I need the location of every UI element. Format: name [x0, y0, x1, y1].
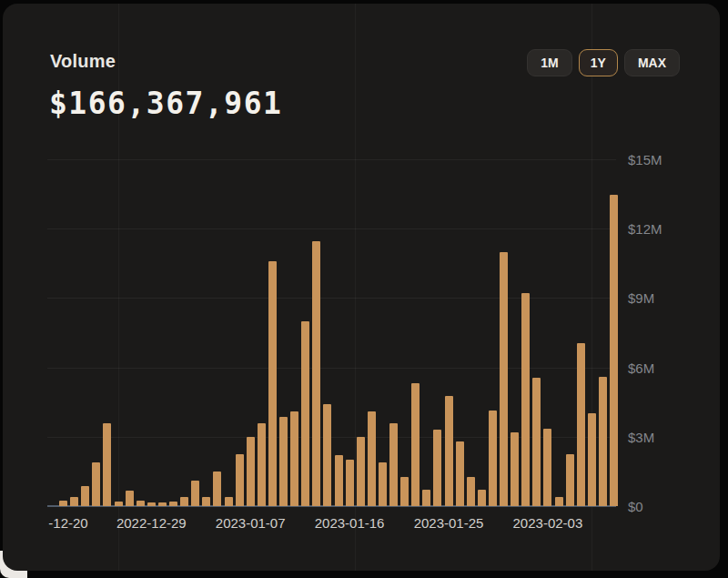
volume-bar[interactable]	[247, 437, 255, 506]
volume-bar[interactable]	[422, 490, 430, 506]
volume-bar[interactable]	[225, 497, 233, 506]
volume-bar[interactable]	[81, 486, 89, 506]
volume-bar[interactable]	[59, 501, 67, 506]
volume-bar[interactable]	[70, 497, 78, 506]
y-axis-tick-label: $15M	[628, 152, 692, 167]
volume-bar[interactable]	[323, 404, 331, 506]
volume-bar[interactable]	[169, 502, 177, 506]
volume-bar[interactable]	[115, 502, 123, 506]
volume-bar[interactable]	[433, 430, 441, 506]
volume-bar[interactable]	[599, 377, 607, 506]
volume-bar[interactable]	[301, 321, 309, 506]
volume-bar[interactable]	[312, 241, 320, 506]
x-axis-tick-label: 2023-01-25	[414, 515, 484, 531]
chart-title: Volume	[50, 51, 116, 72]
volume-bar[interactable]	[368, 411, 376, 506]
volume-bar[interactable]	[588, 413, 596, 506]
volume-chart-card: Volume $166,367,961 1M 1Y MAX $0$3M$6M$9…	[3, 4, 720, 571]
background-grid-line	[355, 4, 356, 571]
x-axis-tick-label: 2023-01-16	[315, 515, 385, 531]
volume-bar[interactable]	[92, 462, 100, 506]
volume-bar[interactable]	[268, 261, 277, 506]
y-gridline	[47, 159, 616, 160]
x-axis-tick-label: -12-20	[48, 515, 87, 531]
y-axis-tick-label: $9M	[628, 290, 692, 306]
y-axis-tick-label: $6M	[628, 360, 692, 375]
volume-bar[interactable]	[489, 411, 497, 506]
volume-bar[interactable]	[136, 501, 145, 506]
volume-bar[interactable]	[346, 460, 354, 506]
y-gridline	[47, 228, 616, 229]
volume-bar[interactable]	[379, 462, 387, 506]
volume-bar[interactable]	[126, 491, 134, 506]
volume-bar[interactable]	[213, 472, 221, 506]
y-axis-tick-label: $3M	[628, 429, 692, 444]
volume-bar[interactable]	[478, 490, 486, 506]
volume-bar[interactable]	[532, 378, 541, 506]
volume-bar[interactable]	[258, 423, 266, 506]
x-axis-tick-label: 2023-02-03	[513, 515, 583, 531]
range-button-1m[interactable]: 1M	[527, 49, 571, 76]
volume-bar[interactable]	[543, 429, 551, 506]
volume-bar[interactable]	[500, 252, 508, 506]
total-volume-value: $166,367,961	[49, 86, 282, 121]
volume-bar[interactable]	[467, 477, 475, 506]
range-button-max[interactable]: MAX	[624, 49, 680, 76]
y-axis-tick-label: $12M	[628, 221, 692, 237]
volume-bar[interactable]	[180, 497, 188, 506]
volume-bar[interactable]	[445, 396, 453, 506]
volume-bar[interactable]	[555, 497, 563, 506]
volume-bar[interactable]	[236, 454, 244, 506]
range-button-1y[interactable]: 1Y	[579, 49, 618, 76]
volume-bar[interactable]	[411, 383, 420, 506]
x-axis-tick-label: 2023-01-07	[216, 515, 286, 531]
y-gridline	[47, 437, 616, 438]
volume-bar[interactable]	[389, 423, 398, 506]
volume-bar[interactable]	[511, 432, 519, 506]
volume-bar[interactable]	[400, 477, 409, 506]
volume-bar[interactable]	[158, 502, 167, 506]
x-axis-tick-label: 2022-12-29	[116, 515, 187, 531]
volume-bar[interactable]	[191, 481, 199, 506]
volume-bar[interactable]	[456, 441, 464, 506]
volume-bar[interactable]	[290, 411, 298, 506]
volume-bar[interactable]	[610, 195, 618, 506]
volume-bar[interactable]	[577, 343, 585, 506]
volume-bar[interactable]	[202, 497, 210, 506]
volume-bar[interactable]	[335, 455, 343, 506]
volume-bar[interactable]	[147, 502, 156, 506]
volume-bar[interactable]	[279, 417, 288, 506]
volume-bar[interactable]	[103, 423, 111, 506]
volume-bar[interactable]	[566, 454, 574, 506]
time-range-group: 1M 1Y MAX	[527, 49, 680, 76]
y-gridline	[47, 368, 616, 369]
volume-bar[interactable]	[521, 293, 530, 506]
y-gridline	[47, 298, 616, 299]
volume-bar[interactable]	[357, 437, 365, 506]
y-axis-tick-label: $0	[628, 499, 692, 514]
